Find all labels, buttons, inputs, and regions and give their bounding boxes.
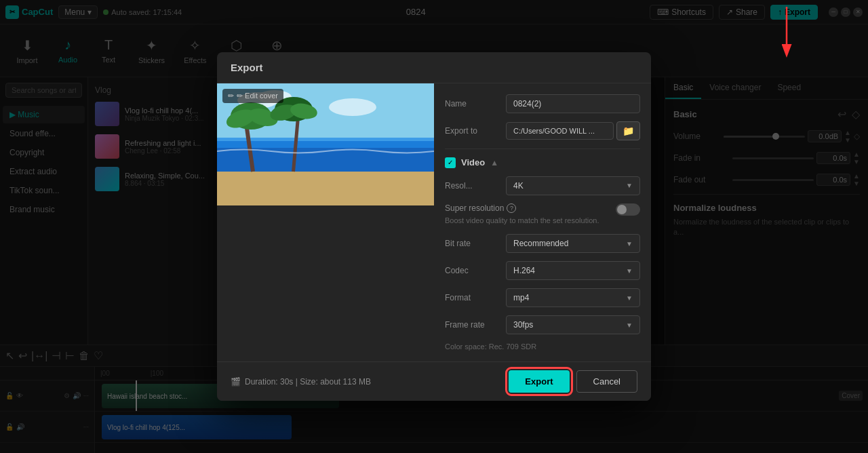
format-value: mp4	[513, 293, 529, 302]
cancel-button[interactable]: Cancel	[576, 370, 637, 393]
bit-rate-row: Bit rate Recommended ▼	[445, 234, 640, 253]
super-resolution-row: Super resolution ? Boost video quality t…	[445, 203, 640, 226]
edit-cover-button[interactable]: ✏ ✏ Edit cover	[222, 89, 283, 103]
modal-footer: 🎬 Duration: 30s | Size: about 113 MB Exp…	[217, 361, 651, 401]
browse-button[interactable]: 📁	[616, 121, 640, 140]
color-space-text: Color space: Rec. 709 SDR	[445, 342, 640, 351]
info-icon[interactable]: ?	[507, 203, 516, 213]
frame-rate-label: Frame rate	[445, 320, 499, 330]
resolution-row: Resol... 4K ▼	[445, 176, 640, 195]
video-section-header: ✓ Video ▲	[445, 157, 640, 168]
bit-rate-select[interactable]: Recommended ▼	[506, 234, 640, 253]
resolution-chevron-icon: ▼	[626, 182, 633, 189]
super-res-label-group: Super resolution ? Boost video quality t…	[445, 203, 609, 226]
super-res-text: Super resolution	[445, 203, 504, 213]
format-chevron-icon: ▼	[626, 294, 633, 302]
frame-rate-chevron-icon: ▼	[626, 321, 633, 329]
frame-rate-row: Frame rate 30fps ▼	[445, 315, 640, 334]
super-res-desc: Boost video quality to match the set res…	[445, 216, 609, 226]
resolution-select[interactable]: 4K ▼	[506, 176, 640, 195]
export-path-group: C:/Users/GOOD WILL ... 📁	[506, 121, 640, 140]
svg-rect-8	[217, 172, 434, 205]
codec-row: Codec H.264 ▼	[445, 261, 640, 280]
edit-cover-label: ✏ Edit cover	[237, 92, 278, 100]
codec-chevron-icon: ▼	[626, 267, 633, 275]
name-input[interactable]	[506, 94, 640, 113]
resolution-value: 4K	[513, 181, 524, 191]
codec-select[interactable]: H.264 ▼	[506, 261, 640, 280]
super-res-label: Super resolution ?	[445, 203, 609, 213]
format-row: Format mp4 ▼	[445, 288, 640, 307]
export-button[interactable]: Export	[509, 370, 569, 393]
modal-overlay: Export	[0, 0, 868, 453]
format-select[interactable]: mp4 ▼	[506, 288, 640, 307]
edit-pencil-icon: ✏	[228, 92, 234, 100]
bit-rate-value: Recommended	[513, 239, 568, 248]
modal-form: Name Export to C:/Users/GOOD WILL ... 📁 …	[434, 83, 651, 361]
name-row: Name	[445, 94, 640, 113]
film-icon: 🎬	[231, 377, 241, 387]
export-modal: Export	[217, 52, 651, 401]
video-section-title: Video	[461, 157, 485, 168]
super-res-toggle[interactable]	[616, 203, 640, 216]
codec-label: Codec	[445, 266, 499, 275]
name-label: Name	[445, 99, 499, 109]
modal-title: Export	[217, 52, 651, 83]
resolution-label: Resol...	[445, 181, 499, 191]
export-to-label: Export to	[445, 126, 499, 136]
toggle-thumb	[617, 205, 627, 214]
red-arrow-indicator	[766, 7, 807, 61]
modal-body: ✏ ✏ Edit cover Name Export to C:/Users/G…	[217, 83, 651, 361]
codec-value: H.264	[513, 266, 535, 275]
svg-point-5	[329, 98, 376, 116]
bit-rate-label: Bit rate	[445, 239, 499, 248]
divider-1	[445, 149, 640, 149]
frame-rate-value: 30fps	[513, 320, 533, 330]
export-to-row: Export to C:/Users/GOOD WILL ... 📁	[445, 121, 640, 140]
bit-rate-chevron-icon: ▼	[626, 240, 633, 248]
format-label: Format	[445, 293, 499, 302]
video-checkbox[interactable]: ✓	[445, 157, 456, 168]
frame-rate-select[interactable]: 30fps ▼	[506, 315, 640, 334]
footer-duration-size: Duration: 30s | Size: about 113 MB	[245, 377, 371, 387]
export-path: C:/Users/GOOD WILL ...	[506, 122, 614, 140]
modal-preview: ✏ ✏ Edit cover	[217, 83, 434, 361]
video-section-chevron-icon: ▲	[490, 158, 498, 168]
footer-info: 🎬 Duration: 30s | Size: about 113 MB	[231, 377, 371, 387]
footer-buttons: Export Cancel	[509, 370, 637, 393]
